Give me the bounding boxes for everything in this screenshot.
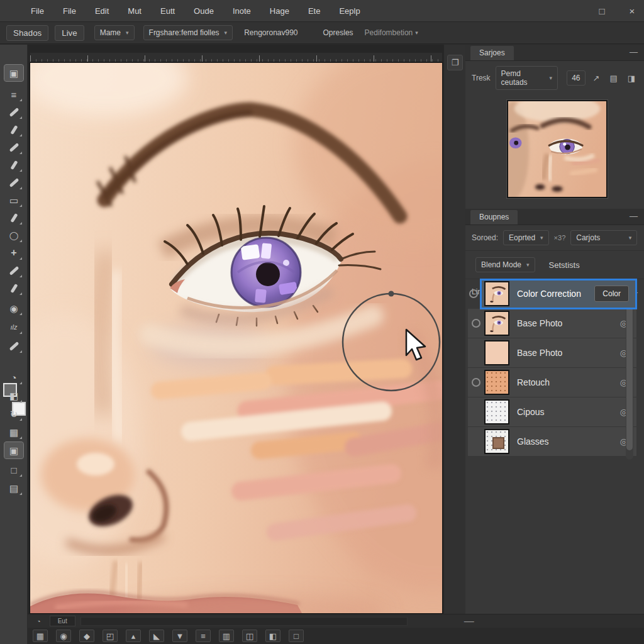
healing-tool[interactable]: + <box>4 245 23 261</box>
shape-tool[interactable]: ▭ <box>4 192 23 208</box>
move-tool[interactable]: ▣ <box>4 65 23 81</box>
canvas-artwork[interactable] <box>30 63 442 613</box>
layer-name: Retouch <box>517 377 550 387</box>
zoom-level-box[interactable]: Eut <box>50 616 75 626</box>
tab-samples[interactable]: Sarjoes <box>470 46 514 60</box>
sliders-icon[interactable]: ▥ <box>219 630 234 642</box>
live-button[interactable]: Live <box>55 25 84 41</box>
brush-icon <box>10 213 18 222</box>
menu-mut[interactable]: Mut <box>118 6 151 16</box>
mode-dropdown[interactable]: Mame ▾ <box>94 25 135 40</box>
size-field[interactable]: Rengoronav990 <box>244 28 297 37</box>
frame-icon[interactable]: □ <box>289 630 304 642</box>
image-preview[interactable] <box>507 100 608 198</box>
stamp-icon[interactable]: ▴ <box>126 630 141 642</box>
brush-icon <box>10 125 18 134</box>
visibility-toggle-icon[interactable] <box>472 319 480 328</box>
layer-row-glasses[interactable]: Glasses ◎ <box>468 427 636 457</box>
resize-handle-icon[interactable]: — <box>464 616 474 627</box>
layer-row-retouch[interactable]: Retouch ◎ <box>468 368 636 397</box>
collapse-panel-icon[interactable]: ❐ <box>447 55 463 70</box>
layer-name: Cipous <box>517 407 545 417</box>
title-bar: File File Edit Mut Eutt Oude Inote Hage … <box>0 0 644 22</box>
bottom-toolbar: ▦ ◉ ◆ ◰ ▴ ◣ ▼ ≡ ▥ ◫ ◧ □ <box>28 628 644 644</box>
crop-tool[interactable]: ▦ <box>4 424 23 440</box>
menu-eutt[interactable]: Eutt <box>151 6 184 16</box>
pen-tool-1[interactable] <box>4 139 23 155</box>
menu-inote[interactable]: Inote <box>223 6 260 16</box>
layer-row-cipous[interactable]: Cipous ◎ <box>468 397 636 427</box>
flow-dropdown[interactable]: Pedifombetion <box>365 28 413 37</box>
grid-icon[interactable]: ▦ <box>33 630 48 642</box>
type-tool[interactable]: ılz <box>4 319 23 335</box>
layer-row-base-photo-2[interactable]: Base Photo ◎ <box>468 338 636 368</box>
layer-row-base-photo-1[interactable]: Base Photo ◎ <box>468 309 636 338</box>
close-icon[interactable]: × <box>625 6 639 16</box>
application-window: File File Edit Mut Eutt Oude Inote Hage … <box>0 0 644 644</box>
scrollbar-thumb[interactable] <box>626 294 633 450</box>
brush-tool-2[interactable] <box>4 121 23 138</box>
eraser-tool[interactable] <box>4 174 23 191</box>
menu-ete[interactable]: Ete <box>299 6 330 16</box>
lasso-tool[interactable]: ◯ <box>4 227 23 243</box>
layer-thumbnail-glasses <box>484 429 509 454</box>
folder-icon[interactable]: ▤ <box>607 72 619 84</box>
blend-mode-dropdown[interactable]: Blend Mode ▾ <box>475 257 535 272</box>
history-brush-tool[interactable]: ↻ <box>4 406 23 422</box>
smudge-pen-tool[interactable] <box>4 338 23 354</box>
collapse-icon[interactable]: — <box>630 211 638 221</box>
window-controls: □ × <box>595 0 639 22</box>
mixer-brush-tool[interactable] <box>4 209 23 226</box>
visibility-toggle-icon[interactable] <box>472 378 480 387</box>
tab-properties[interactable]: Boupnes <box>470 210 518 225</box>
shados-button[interactable]: Shados <box>6 25 48 41</box>
target-dropdown[interactable]: Carjots ▾ <box>570 230 637 245</box>
sample-size-button[interactable]: 46 <box>567 70 585 86</box>
list-icon[interactable]: ≡ <box>196 630 211 642</box>
pen-icon <box>9 341 19 350</box>
flag-icon[interactable]: ◣ <box>149 630 164 642</box>
filter-icon[interactable]: ▼ <box>172 630 187 642</box>
chevron-down-icon: ▾ <box>415 30 418 36</box>
blend-extra-label: Setstists <box>549 260 580 270</box>
visibility-toggle-icon[interactable] <box>469 289 478 298</box>
pen-tool-2[interactable] <box>4 157 23 173</box>
camera-icon[interactable]: ◉ <box>56 630 71 642</box>
brush-tool-1[interactable] <box>4 104 23 120</box>
pencil-tool[interactable] <box>4 280 23 296</box>
pen-icon <box>10 160 18 169</box>
collapse-icon[interactable]: — <box>630 47 638 57</box>
menu-eeplp[interactable]: Eeplp <box>330 6 369 16</box>
save-icon[interactable]: ◫ <box>242 630 257 642</box>
slice-tool[interactable]: ▤ <box>4 480 23 496</box>
menu-file-1[interactable]: File <box>21 6 53 16</box>
frame-tool[interactable]: ▣ <box>4 442 23 458</box>
color-badge-button[interactable]: Color <box>594 286 629 302</box>
maximize-icon[interactable]: □ <box>595 6 609 16</box>
horizontal-ruler <box>30 53 442 62</box>
menu-oude[interactable]: Oude <box>184 6 223 16</box>
clone-stamp-tool[interactable]: ◉ <box>4 300 23 316</box>
brush-edit-icon[interactable]: ◆ <box>79 630 94 642</box>
brush-icon <box>9 107 19 116</box>
export-icon[interactable]: ◧ <box>265 630 280 642</box>
layer-row-color-correction[interactable]: Color Correction Color <box>480 279 636 309</box>
menu-edit[interactable]: Edit <box>86 6 118 16</box>
smooth-dropdown[interactable]: Eoprted ▾ <box>503 230 549 245</box>
brush-preset-dropdown[interactable]: Frgshare:femd fiolles ▾ <box>143 25 233 40</box>
new-sample-icon[interactable]: ◨ <box>625 72 638 84</box>
pencil-icon <box>10 283 18 292</box>
opacity-label: Opresles <box>323 28 353 37</box>
chevron-down-icon: ▾ <box>629 235 632 241</box>
menu-file-2[interactable]: File <box>53 6 86 16</box>
share-icon[interactable]: ↗ <box>591 72 602 84</box>
fill-tool[interactable]: ◧ <box>4 387 23 404</box>
smudge-tool[interactable]: ◔ <box>4 369 23 386</box>
image-icon[interactable]: ◰ <box>103 630 118 642</box>
marquee-tool[interactable]: ≡ <box>4 86 23 103</box>
airbrush-tool[interactable] <box>4 262 23 279</box>
menu-hage[interactable]: Hage <box>260 6 299 16</box>
chevron-down-icon: ▾ <box>550 75 553 81</box>
preset-dropdown[interactable]: Pemd ceutads ▾ <box>496 66 558 90</box>
rectangle-tool[interactable]: □ <box>4 462 23 478</box>
